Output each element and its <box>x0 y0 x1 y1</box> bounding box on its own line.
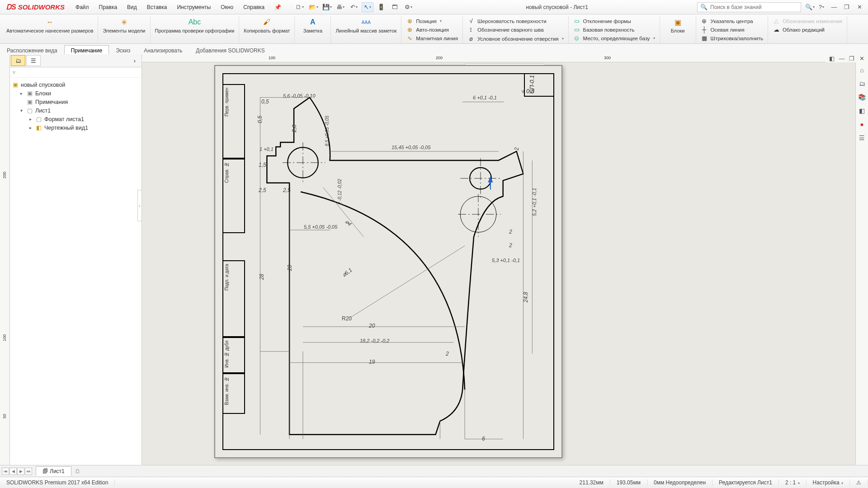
settings-button[interactable]: ⚙▾ <box>402 2 414 12</box>
doc-max-icon[interactable]: ❐ <box>847 55 856 62</box>
sheet-tab-1[interactable]: 🗐Лист1 <box>36 466 71 476</box>
dim-1[interactable]: 1 +0,1 <box>259 146 274 152</box>
dim-20v[interactable]: 20 <box>287 265 293 271</box>
tp-appearances-icon[interactable]: ● <box>857 119 867 129</box>
status-custom[interactable]: Настройка ▾ <box>807 479 850 486</box>
dim-2e[interactable]: 2 <box>446 351 449 357</box>
side-expand-icon[interactable]: › <box>130 55 140 66</box>
dim-5-2[interactable]: 5,2 +0,1 -0,1 <box>532 188 537 216</box>
menu-help[interactable]: Справка <box>239 2 269 12</box>
side-tab-tree-icon[interactable]: 🗂 <box>11 55 25 66</box>
rb-note[interactable]: AЗаметка <box>295 16 331 43</box>
tree-sheet1[interactable]: ▾▢Лист1 <box>12 106 140 115</box>
panel-collapse-handle[interactable]: ‹ <box>137 190 142 221</box>
dim-2b[interactable]: 2 <box>514 147 520 150</box>
dim-2-5b[interactable]: 2,5 <box>283 187 291 193</box>
select-button[interactable]: ↖▾ <box>362 2 373 12</box>
rb-hole-callout[interactable]: ⌀Условное обозначение отверстия▾ <box>467 35 565 42</box>
rb-auto-dimension[interactable]: ↔Автоматическое нанесение размеров <box>2 16 98 43</box>
search-go-button[interactable]: 🔍▾ <box>804 2 816 12</box>
rb-magnetic-line[interactable]: ∿Магнитная линия <box>405 34 459 42</box>
tp-home-icon[interactable]: ⌂ <box>857 65 867 75</box>
dim-28[interactable]: 28 <box>259 274 265 280</box>
rb-auto-balloon[interactable]: ⊕Авто-позиция <box>405 26 459 33</box>
sheet-nav-next-icon[interactable]: ▶ <box>17 468 24 475</box>
drawing-canvas[interactable]: 100 200 300 ◧ — ❐ ✕ 🔍 ⤢ ⟲ ◐ ◧ 👁 🎨 ⌂ 🗂 📚 … <box>142 54 868 472</box>
rb-revision-cloud[interactable]: ☁Облако редакций <box>772 26 843 33</box>
rb-center-mark[interactable]: ⊕Указатель центра <box>700 17 764 25</box>
rb-geometric-tol[interactable]: ▭Отклонение формы <box>572 17 656 25</box>
dim-2-8[interactable]: 2,8 <box>291 125 297 132</box>
menu-window[interactable]: Окно <box>216 2 238 12</box>
save-button[interactable]: 💾▾ <box>321 2 333 12</box>
sheet-nav-last-icon[interactable]: ⏭ <box>25 468 32 475</box>
kb-search[interactable]: 🔍 <box>697 2 801 12</box>
doc-close-icon[interactable]: ✕ <box>857 55 866 62</box>
sheet-nav-prev-icon[interactable]: ◀ <box>9 468 17 475</box>
status-alert-icon[interactable]: ⚠ <box>850 479 868 486</box>
tree-sheet-format[interactable]: ▸▢Формат листа1 <box>12 115 140 123</box>
tree-drawing-view1[interactable]: ▸◧Чертежный вид1 <box>12 123 140 132</box>
rb-surface-finish[interactable]: √Шероховатость поверхности <box>467 17 565 25</box>
dim-6[interactable]: 6 +0,1 -0,1 <box>473 95 497 100</box>
tree-blocks[interactable]: ▸▣Блоки <box>12 89 140 98</box>
rb-datum-target[interactable]: ⊙Место, определяющее базу▾ <box>572 34 656 42</box>
dim-5-3[interactable]: 5,3 +0,1 -0,1 <box>492 258 520 263</box>
sheet-nav-first-icon[interactable]: ⏮ <box>2 468 9 475</box>
tp-resources-icon[interactable]: 🗂 <box>857 79 867 89</box>
dim-5-6[interactable]: 5,6 -0,05 -0,10 <box>283 93 316 99</box>
rebuild-button[interactable]: 🚦 <box>375 2 387 12</box>
rb-balloon[interactable]: ⊕Позиция▾ <box>405 17 459 25</box>
rb-datum-feature[interactable]: ▭Базовая поверхность <box>572 26 656 33</box>
dim-0-5[interactable]: 0,5 <box>261 99 269 105</box>
dim-r20[interactable]: R20 <box>342 315 352 322</box>
tree-filter[interactable]: ▿ <box>10 67 142 78</box>
new-button[interactable]: 🗋▾ <box>294 2 306 12</box>
help-button[interactable]: ?▾ <box>816 2 827 12</box>
menu-view[interactable]: Вид <box>123 2 142 12</box>
open-button[interactable]: 📂▾ <box>307 2 319 12</box>
dim-5-5[interactable]: 5,5 +0,05 -0,05 <box>304 224 337 230</box>
restore-button[interactable]: ❐ <box>841 2 853 12</box>
dim-2d[interactable]: 2 <box>509 242 512 249</box>
rb-weld-symbol[interactable]: ⟟Обозначение сварного шва <box>467 26 565 34</box>
print-button[interactable]: 🖶▾ <box>335 2 346 12</box>
menu-tools[interactable]: Инструменты <box>172 2 215 12</box>
status-scale[interactable]: 2 : 1 ▾ <box>779 479 807 486</box>
dim-19[interactable]: 19 <box>369 359 375 365</box>
rb-area-hatch[interactable]: ▦Штриховка/заполнить <box>700 34 764 42</box>
dim-18-2[interactable]: 18,2 -0,2 -0,2 <box>360 338 389 343</box>
dim-24-8[interactable]: 24,8 <box>523 292 529 302</box>
side-tab-prop-icon[interactable]: ☰ <box>26 55 41 66</box>
undo-button[interactable]: ↶▾ <box>348 2 360 12</box>
rb-format-painter[interactable]: 🖌Копировать формат <box>239 16 295 43</box>
dim-1-5[interactable]: 1,5 <box>259 162 266 168</box>
doc-min-icon[interactable]: — <box>837 55 846 62</box>
rb-centerline[interactable]: ┼Осевая линия <box>700 26 764 33</box>
menu-file[interactable]: Файл <box>71 2 94 12</box>
dim-2a[interactable]: 2 -0,12 -0,02 <box>337 179 342 205</box>
dim-2c[interactable]: 2 <box>509 229 512 235</box>
rb-note-pattern[interactable]: AAAЛинейный массив заметок <box>331 16 401 43</box>
dim-6h[interactable]: 6 <box>482 436 485 442</box>
minimize-button[interactable]: — <box>828 2 840 12</box>
tp-properties-icon[interactable]: ☰ <box>857 133 867 143</box>
doc-popout-icon[interactable]: ◧ <box>827 55 836 62</box>
dim-20h[interactable]: 20 <box>369 323 375 329</box>
rb-model-items[interactable]: ✳Элементы модели <box>98 16 150 43</box>
menu-edit[interactable]: Правка <box>94 2 122 12</box>
menu-insert[interactable]: Вставка <box>142 2 172 12</box>
tree-root[interactable]: ▣новый спусковой <box>12 80 140 89</box>
dim-0-5b[interactable]: 0,5 <box>257 116 263 123</box>
rb-spellcheck[interactable]: AbcПрограмма проверки орфографии <box>151 16 240 43</box>
options-button[interactable]: 🗔 <box>389 2 401 12</box>
close-button[interactable]: ✕ <box>854 2 865 12</box>
tp-palette-icon[interactable]: ◧ <box>857 106 867 116</box>
tree-annotations[interactable]: ▣Примечания <box>12 98 140 106</box>
dim-8-5[interactable]: 8,5 +0,05 -0,05 <box>325 116 330 146</box>
add-sheet-icon[interactable]: 🗋 <box>71 468 84 474</box>
dim-2-5a[interactable]: 2,5 <box>259 187 266 193</box>
dim-15-45[interactable]: 15,45 +0,05 -0,05 <box>392 145 431 150</box>
tp-library-icon[interactable]: 📚 <box>857 92 867 102</box>
kb-search-input[interactable] <box>710 4 801 10</box>
